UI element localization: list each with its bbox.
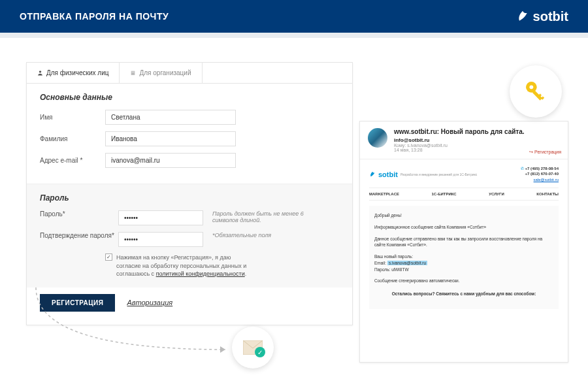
consent-text-after: . [245, 270, 247, 277]
tab-personal-label: Для физических лиц [46, 69, 108, 76]
svg-marker-10 [220, 346, 225, 353]
password-block: Пароль Пароль* Пароль должен быть не мен… [27, 184, 352, 287]
email-brand-row: sotbit Разработка и внедрение решений дл… [369, 166, 559, 182]
tab-organization[interactable]: Для организаций [120, 63, 202, 83]
label-surname: Фамилия [40, 135, 105, 142]
email-body: sotbit Разработка и внедрение решений дл… [360, 159, 568, 316]
input-name[interactable] [105, 110, 236, 125]
email-question: Остались вопросы? Свяжитесь с нами удобн… [374, 291, 553, 297]
svg-rect-8 [541, 97, 544, 100]
check-icon: ✓ [255, 347, 265, 357]
svg-rect-3 [134, 72, 135, 73]
label-confirm: Подтверждение пароля* [40, 232, 118, 239]
sender-avatar [368, 128, 387, 148]
email-brand-name: sotbit [378, 171, 398, 178]
register-button[interactable]: РЕГИСТРАЦИЯ [40, 294, 115, 312]
hint-password-length: Пароль должен быть не менее 6 символов д… [212, 210, 310, 223]
cred-pw-label: Пароль: [374, 267, 390, 272]
consent-checkbox[interactable]: ✓ [105, 253, 112, 261]
brand-leaf-icon [516, 10, 529, 23]
input-password[interactable] [118, 210, 203, 225]
email-credentials: Ваш новый пароль: Email: s.ivanova@sotbi… [374, 253, 553, 272]
nav-marketplace[interactable]: MARKETPLACE [369, 192, 399, 196]
building-icon [130, 70, 136, 76]
svg-rect-2 [132, 72, 133, 73]
email-content: Добрый день! Информационное сообщение са… [369, 206, 559, 309]
email-msg: Данное сообщение отправлено вам так как … [374, 236, 553, 249]
input-email[interactable] [105, 153, 236, 168]
privacy-policy-link[interactable]: политикой конфиденциальности [156, 270, 245, 277]
form-body-basic: Основные данные Имя Фамилия Адрес e-mail… [27, 84, 352, 184]
email-brand-slogan: Разработка и внедрение решений для 1С-Би… [400, 172, 477, 176]
svg-point-0 [39, 71, 41, 73]
auth-link[interactable]: Авторизация [127, 299, 172, 306]
nav-services[interactable]: УСЛУГИ [489, 192, 504, 196]
email-auto: Сообщение сгенерировано автоматически. [374, 278, 553, 284]
input-surname[interactable] [105, 131, 236, 146]
cred-pw-value: ulWi8TW [391, 267, 408, 272]
label-name: Имя [40, 114, 105, 121]
section-password-title: Пароль [40, 193, 339, 203]
brand-logo: sotbit [516, 9, 568, 24]
label-password: Пароль* [40, 210, 118, 218]
page-title: ОТПРАВКА ПАРОЛЯ НА ПОЧТУ [20, 11, 169, 22]
email-nav: MARKETPLACE 1С-БИТРИКС УСЛУГИ КОНТАКТЫ [369, 188, 559, 201]
email-greeting: Добрый день! [374, 212, 553, 219]
email-preview-panel: www.sotbit.ru: Новый пароль для сайта. i… [359, 121, 568, 363]
contact-phone1: +7 (495) 278-08-54 [525, 167, 559, 171]
person-icon [37, 70, 43, 76]
email-to: Кому: s.ivanova@sotbit.ru [394, 143, 560, 148]
nav-bitrix[interactable]: 1С-БИТРИКС [432, 192, 457, 196]
key-badge [510, 65, 562, 118]
email-contacts: ✆ +7 (495) 278-08-54 +7 (812) 670-07-40 … [521, 166, 559, 182]
svg-rect-1 [131, 71, 135, 75]
email-info: Информационное сообщение сайта Компания … [374, 224, 553, 231]
section-basic-title: Основные данные [40, 93, 339, 102]
form-tabs: Для физических лиц Для организаций [27, 63, 352, 84]
header-stripe [0, 33, 588, 38]
svg-point-5 [529, 85, 533, 89]
key-icon [523, 78, 549, 105]
nav-contacts[interactable]: КОНТАКТЫ [536, 192, 559, 196]
registration-form-panel: Для физических лиц Для организаций Основ… [26, 62, 353, 325]
consent-text: Нажимая на кнопку «Регистрация», я даю с… [116, 253, 253, 278]
header-bar: ОТПРАВКА ПАРОЛЯ НА ПОЧТУ sotbit [0, 0, 588, 33]
email-action-link[interactable]: Регистрация [529, 150, 561, 155]
tab-personal[interactable]: Для физических лиц [27, 63, 120, 83]
consent-row: ✓ Нажимая на кнопку «Регистрация», я даю… [105, 253, 339, 278]
cred-email-label: Email: [374, 261, 386, 265]
contact-phone2: +7 (812) 670-07-40 [525, 172, 559, 176]
phone-icon: ✆ [521, 167, 524, 171]
input-confirm[interactable] [118, 232, 203, 247]
email-from: info@sotbit.ru [394, 137, 560, 143]
contact-email-link[interactable]: sale@sotbit.ru [534, 178, 559, 182]
label-email: Адрес e-mail * [40, 157, 105, 164]
hint-required-fields: *Обязательные поля [212, 232, 271, 238]
mail-sent-badge: ✓ [232, 327, 274, 368]
form-actions: РЕГИСТРАЦИЯ Авторизация [27, 287, 352, 325]
brand-text: sotbit [533, 9, 568, 24]
email-subject: www.sotbit.ru: Новый пароль для сайта. [394, 128, 560, 135]
tab-org-label: Для организаций [139, 69, 191, 76]
envelope-icon: ✓ [243, 340, 263, 355]
email-brand-leaf-icon [369, 171, 376, 178]
newpw-label: Ваш новый пароль: [374, 254, 413, 259]
email-header: www.sotbit.ru: Новый пароль для сайта. i… [360, 122, 568, 159]
cred-email-value: s.ivanova@sotbit.ru [387, 261, 427, 265]
